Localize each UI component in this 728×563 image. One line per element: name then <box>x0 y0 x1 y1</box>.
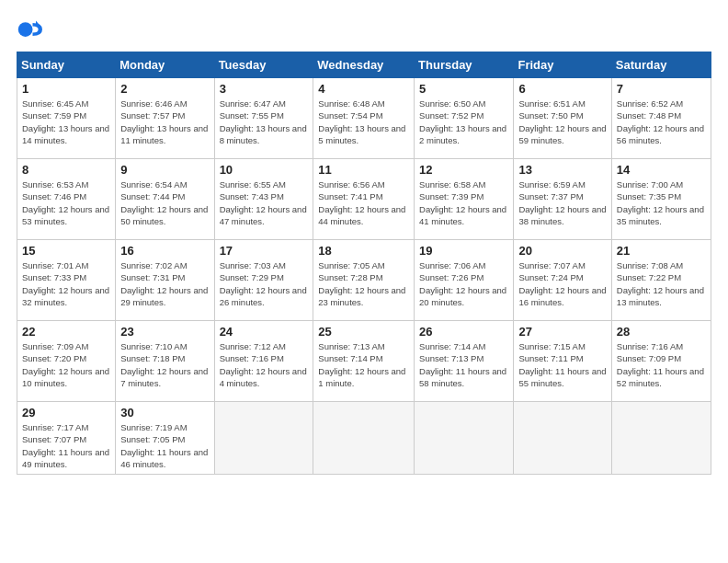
calendar-cell <box>611 402 711 475</box>
calendar-cell: 12Sunrise: 6:58 AMSunset: 7:39 PMDayligh… <box>415 159 514 240</box>
day-number: 19 <box>419 244 508 258</box>
day-info: Sunrise: 7:07 AMSunset: 7:24 PMDaylight:… <box>518 259 606 308</box>
day-number: 30 <box>120 406 209 419</box>
calendar-cell <box>415 402 514 475</box>
day-number: 22 <box>22 325 110 339</box>
calendar-cell: 25Sunrise: 7:13 AMSunset: 7:14 PMDayligh… <box>313 321 415 402</box>
calendar-cell: 4Sunrise: 6:48 AMSunset: 7:54 PMDaylight… <box>313 78 415 159</box>
calendar-cell: 6Sunrise: 6:51 AMSunset: 7:50 PMDaylight… <box>514 78 611 159</box>
weekday-header-tuesday: Tuesday <box>214 52 313 78</box>
day-number: 7 <box>617 82 706 96</box>
calendar-cell: 28Sunrise: 7:16 AMSunset: 7:09 PMDayligh… <box>611 321 711 402</box>
logo-icon <box>17 17 42 42</box>
calendar-cell: 22Sunrise: 7:09 AMSunset: 7:20 PMDayligh… <box>17 321 116 402</box>
day-info: Sunrise: 6:47 AMSunset: 7:55 PMDaylight:… <box>220 98 309 146</box>
calendar-cell: 16Sunrise: 7:02 AMSunset: 7:31 PMDayligh… <box>116 240 214 321</box>
calendar-cell: 17Sunrise: 7:03 AMSunset: 7:29 PMDayligh… <box>214 240 313 321</box>
calendar-cell: 8Sunrise: 6:53 AMSunset: 7:46 PMDaylight… <box>17 159 116 240</box>
day-info: Sunrise: 7:00 AMSunset: 7:35 PMDaylight:… <box>617 178 706 227</box>
day-number: 3 <box>220 82 309 96</box>
calendar-body: 1Sunrise: 6:45 AMSunset: 7:59 PMDaylight… <box>17 78 711 475</box>
calendar-cell: 10Sunrise: 6:55 AMSunset: 7:43 PMDayligh… <box>214 159 313 240</box>
calendar-cell: 13Sunrise: 6:59 AMSunset: 7:37 PMDayligh… <box>514 159 611 240</box>
day-number: 8 <box>22 163 110 177</box>
page: SundayMondayTuesdayWednesdayThursdayFrid… <box>0 0 728 563</box>
weekday-row: SundayMondayTuesdayWednesdayThursdayFrid… <box>17 52 711 78</box>
calendar-cell: 14Sunrise: 7:00 AMSunset: 7:35 PMDayligh… <box>611 159 711 240</box>
day-number: 13 <box>518 163 606 177</box>
calendar-cell <box>514 402 611 475</box>
day-number: 9 <box>120 163 209 177</box>
day-info: Sunrise: 7:10 AMSunset: 7:18 PMDaylight:… <box>120 340 209 389</box>
calendar-cell: 1Sunrise: 6:45 AMSunset: 7:59 PMDaylight… <box>17 78 116 159</box>
day-info: Sunrise: 7:02 AMSunset: 7:31 PMDaylight:… <box>120 259 209 308</box>
calendar-cell: 30Sunrise: 7:19 AMSunset: 7:05 PMDayligh… <box>116 402 214 475</box>
calendar-cell: 29Sunrise: 7:17 AMSunset: 7:07 PMDayligh… <box>17 402 116 475</box>
day-info: Sunrise: 6:54 AMSunset: 7:44 PMDaylight:… <box>120 178 209 227</box>
day-info: Sunrise: 7:16 AMSunset: 7:09 PMDaylight:… <box>617 340 706 389</box>
calendar-cell: 18Sunrise: 7:05 AMSunset: 7:28 PMDayligh… <box>313 240 415 321</box>
day-number: 15 <box>22 244 110 258</box>
svg-point-0 <box>18 22 33 37</box>
calendar-cell <box>214 402 313 475</box>
day-info: Sunrise: 6:46 AMSunset: 7:57 PMDaylight:… <box>120 98 209 146</box>
day-info: Sunrise: 6:56 AMSunset: 7:41 PMDaylight:… <box>318 178 409 227</box>
day-info: Sunrise: 7:17 AMSunset: 7:07 PMDaylight:… <box>22 421 110 470</box>
day-number: 6 <box>518 82 606 96</box>
calendar-week-row: 29Sunrise: 7:17 AMSunset: 7:07 PMDayligh… <box>17 402 711 475</box>
day-info: Sunrise: 6:52 AMSunset: 7:48 PMDaylight:… <box>617 98 706 146</box>
calendar-week-row: 8Sunrise: 6:53 AMSunset: 7:46 PMDaylight… <box>17 159 711 240</box>
calendar-cell: 24Sunrise: 7:12 AMSunset: 7:16 PMDayligh… <box>214 321 313 402</box>
calendar-week-row: 22Sunrise: 7:09 AMSunset: 7:20 PMDayligh… <box>17 321 711 402</box>
day-number: 24 <box>220 325 309 339</box>
day-number: 18 <box>318 244 409 258</box>
weekday-header-sunday: Sunday <box>17 52 116 78</box>
day-number: 10 <box>220 163 309 177</box>
calendar-header: SundayMondayTuesdayWednesdayThursdayFrid… <box>17 52 711 78</box>
day-number: 1 <box>22 82 110 96</box>
logo <box>17 17 46 42</box>
day-info: Sunrise: 7:09 AMSunset: 7:20 PMDaylight:… <box>22 340 110 389</box>
day-info: Sunrise: 7:12 AMSunset: 7:16 PMDaylight:… <box>220 340 309 389</box>
weekday-header-saturday: Saturday <box>611 52 711 78</box>
calendar-cell: 26Sunrise: 7:14 AMSunset: 7:13 PMDayligh… <box>415 321 514 402</box>
day-info: Sunrise: 6:45 AMSunset: 7:59 PMDaylight:… <box>22 98 110 146</box>
calendar-week-row: 1Sunrise: 6:45 AMSunset: 7:59 PMDaylight… <box>17 78 711 159</box>
day-number: 21 <box>617 244 706 258</box>
day-number: 23 <box>120 325 209 339</box>
calendar-cell: 21Sunrise: 7:08 AMSunset: 7:22 PMDayligh… <box>611 240 711 321</box>
calendar-cell <box>313 402 415 475</box>
day-info: Sunrise: 6:51 AMSunset: 7:50 PMDaylight:… <box>518 98 606 146</box>
day-info: Sunrise: 7:05 AMSunset: 7:28 PMDaylight:… <box>318 259 409 308</box>
day-number: 28 <box>617 325 706 339</box>
day-info: Sunrise: 6:59 AMSunset: 7:37 PMDaylight:… <box>518 178 606 227</box>
weekday-header-friday: Friday <box>514 52 611 78</box>
day-info: Sunrise: 7:06 AMSunset: 7:26 PMDaylight:… <box>419 259 508 308</box>
calendar-cell: 19Sunrise: 7:06 AMSunset: 7:26 PMDayligh… <box>415 240 514 321</box>
day-info: Sunrise: 7:14 AMSunset: 7:13 PMDaylight:… <box>419 340 508 389</box>
header <box>17 17 711 42</box>
day-number: 11 <box>318 163 409 177</box>
day-info: Sunrise: 6:50 AMSunset: 7:52 PMDaylight:… <box>419 98 508 146</box>
day-number: 27 <box>518 325 606 339</box>
day-number: 26 <box>419 325 508 339</box>
calendar-cell: 5Sunrise: 6:50 AMSunset: 7:52 PMDaylight… <box>415 78 514 159</box>
calendar-cell: 27Sunrise: 7:15 AMSunset: 7:11 PMDayligh… <box>514 321 611 402</box>
calendar-table: SundayMondayTuesdayWednesdayThursdayFrid… <box>17 52 711 475</box>
day-info: Sunrise: 6:53 AMSunset: 7:46 PMDaylight:… <box>22 178 110 227</box>
day-number: 29 <box>22 406 110 419</box>
calendar-cell: 9Sunrise: 6:54 AMSunset: 7:44 PMDaylight… <box>116 159 214 240</box>
day-number: 14 <box>617 163 706 177</box>
weekday-header-wednesday: Wednesday <box>313 52 415 78</box>
weekday-header-thursday: Thursday <box>415 52 514 78</box>
day-number: 25 <box>318 325 409 339</box>
day-number: 2 <box>120 82 209 96</box>
calendar-cell: 15Sunrise: 7:01 AMSunset: 7:33 PMDayligh… <box>17 240 116 321</box>
day-info: Sunrise: 7:19 AMSunset: 7:05 PMDaylight:… <box>120 421 209 470</box>
calendar-week-row: 15Sunrise: 7:01 AMSunset: 7:33 PMDayligh… <box>17 240 711 321</box>
day-info: Sunrise: 7:13 AMSunset: 7:14 PMDaylight:… <box>318 340 409 389</box>
day-info: Sunrise: 6:58 AMSunset: 7:39 PMDaylight:… <box>419 178 508 227</box>
day-number: 20 <box>518 244 606 258</box>
weekday-header-monday: Monday <box>116 52 214 78</box>
day-number: 4 <box>318 82 409 96</box>
